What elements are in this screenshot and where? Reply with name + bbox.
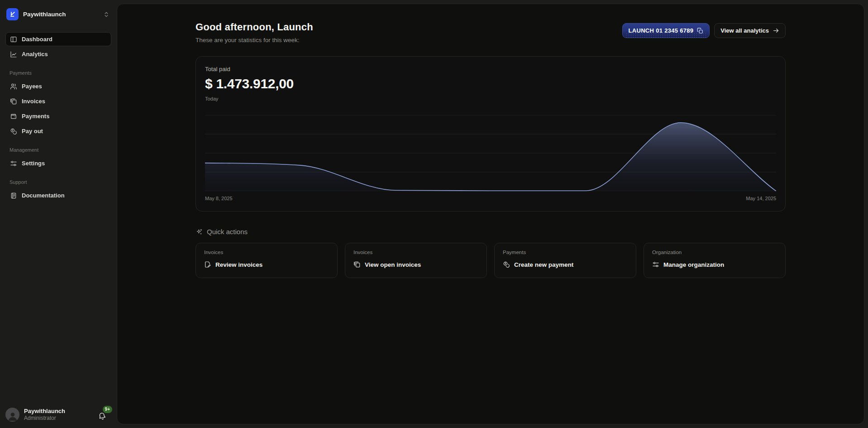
sidebar-item-payees[interactable]: Payees bbox=[5, 79, 111, 93]
x-axis-end-label: May 14, 2025 bbox=[746, 196, 776, 201]
quick-action-label: Manage organization bbox=[663, 261, 724, 268]
section-title-support: Support bbox=[10, 179, 111, 185]
x-axis-start-label: May 8, 2025 bbox=[205, 196, 233, 201]
total-paid-card-head: Total paid $ 1.473.912,00 Today bbox=[196, 66, 785, 101]
quick-action-label: Create new payment bbox=[514, 261, 573, 268]
view-all-analytics-label: View all analytics bbox=[720, 27, 769, 34]
quick-action-label: Review invoices bbox=[215, 261, 262, 268]
wallet-icon bbox=[10, 113, 17, 120]
quick-action-category: Invoices bbox=[353, 250, 478, 255]
quick-action-label: View open invoices bbox=[365, 261, 421, 268]
sidebar-item-documentation[interactable]: Documentation bbox=[5, 188, 111, 202]
stat-amount: $ 1.473.912,00 bbox=[205, 76, 776, 91]
line-chart-icon bbox=[10, 51, 17, 58]
quick-actions-title: Quick actions bbox=[207, 228, 248, 236]
notifications-button[interactable]: 9+ bbox=[98, 408, 110, 421]
sidebar-item-payments[interactable]: Payments bbox=[5, 109, 111, 123]
quick-action-category: Payments bbox=[503, 250, 628, 255]
account-number-label: LAUNCH 01 2345 6789 bbox=[629, 27, 694, 34]
sidebar-item-dashboard[interactable]: Dashboard bbox=[5, 32, 111, 46]
account-number-copy-button[interactable]: LAUNCH 01 2345 6789 bbox=[622, 23, 710, 38]
header-actions: LAUNCH 01 2345 6789 View all analytics bbox=[622, 23, 786, 38]
copy-icon bbox=[697, 28, 703, 34]
sidebar-item-pay-out[interactable]: Pay out bbox=[5, 124, 111, 138]
greeting-block: Good afternoon, Launch These are your st… bbox=[196, 21, 313, 43]
sidebar-item-settings[interactable]: Settings bbox=[5, 156, 111, 170]
main-panel: Good afternoon, Launch These are your st… bbox=[117, 4, 864, 424]
sidebar-item-label: Invoices bbox=[22, 98, 45, 105]
sidebar-item-invoices[interactable]: Invoices bbox=[5, 94, 111, 108]
user-info: Paywithlaunch Administrator bbox=[24, 408, 93, 422]
user-role: Administrator bbox=[24, 415, 93, 422]
launch-logo-icon bbox=[9, 11, 16, 18]
avatar bbox=[5, 408, 19, 422]
total-paid-chart bbox=[205, 115, 776, 191]
book-icon bbox=[10, 192, 17, 199]
sliders-icon bbox=[10, 160, 17, 167]
dashboard-panel-icon bbox=[10, 36, 17, 43]
total-paid-card: Total paid $ 1.473.912,00 Today Ma bbox=[196, 56, 786, 212]
sidebar-item-label: Settings bbox=[22, 160, 45, 167]
sparkles-icon bbox=[196, 228, 203, 236]
sidebar-item-label: Payees bbox=[22, 83, 42, 90]
arrow-right-icon bbox=[773, 27, 779, 34]
notification-badge: 9+ bbox=[103, 406, 112, 413]
quick-action-manage-organization[interactable]: Organization Manage organization bbox=[644, 243, 786, 278]
org-name: Paywithlaunch bbox=[23, 11, 99, 18]
sidebar-user-footer[interactable]: Paywithlaunch Administrator 9+ bbox=[5, 408, 110, 422]
coins-icon bbox=[503, 261, 510, 268]
sidebar-item-label: Documentation bbox=[22, 192, 65, 199]
person-icon bbox=[7, 411, 19, 422]
page-header: Good afternoon, Launch These are your st… bbox=[196, 21, 786, 43]
quick-actions-header: Quick actions bbox=[196, 228, 786, 236]
users-icon bbox=[10, 83, 17, 90]
sidebar-item-analytics[interactable]: Analytics bbox=[5, 47, 111, 61]
stacked-documents-icon bbox=[10, 98, 17, 105]
chart-x-axis-labels: May 8, 2025 May 14, 2025 bbox=[205, 196, 776, 201]
app-logo bbox=[6, 8, 19, 20]
stat-period: Today bbox=[205, 96, 776, 101]
file-pen-icon bbox=[204, 261, 211, 268]
stat-title: Total paid bbox=[205, 66, 776, 72]
stacked-documents-icon bbox=[353, 261, 361, 268]
quick-actions-row: Invoices Review invoices Invoices View o… bbox=[196, 243, 786, 278]
section-title-management: Management bbox=[10, 147, 111, 153]
chart-area-fill bbox=[205, 123, 776, 191]
area-chart-svg bbox=[205, 115, 776, 191]
quick-action-review-invoices[interactable]: Invoices Review invoices bbox=[196, 243, 338, 278]
coins-icon bbox=[10, 128, 17, 135]
page-subtitle: These are your statistics for this week: bbox=[196, 37, 313, 43]
quick-action-create-new-payment[interactable]: Payments Create new payment bbox=[494, 243, 636, 278]
quick-action-view-open-invoices[interactable]: Invoices View open invoices bbox=[345, 243, 487, 278]
view-all-analytics-button[interactable]: View all analytics bbox=[714, 23, 786, 38]
section-title-payments: Payments bbox=[10, 70, 111, 76]
quick-action-category: Invoices bbox=[204, 250, 329, 255]
page-title: Good afternoon, Launch bbox=[196, 21, 313, 33]
sidebar: Paywithlaunch Dashboard Analytics Paymen… bbox=[0, 0, 117, 428]
org-switcher[interactable]: Paywithlaunch bbox=[5, 6, 111, 22]
quick-action-category: Organization bbox=[652, 250, 777, 255]
sidebar-item-label: Payments bbox=[22, 113, 49, 120]
sliders-icon bbox=[652, 261, 659, 268]
sidebar-item-label: Pay out bbox=[22, 128, 43, 135]
user-name: Paywithlaunch bbox=[24, 408, 93, 415]
chevrons-up-down-icon bbox=[103, 11, 110, 18]
sidebar-item-label: Analytics bbox=[22, 51, 48, 58]
sidebar-item-label: Dashboard bbox=[22, 36, 52, 43]
